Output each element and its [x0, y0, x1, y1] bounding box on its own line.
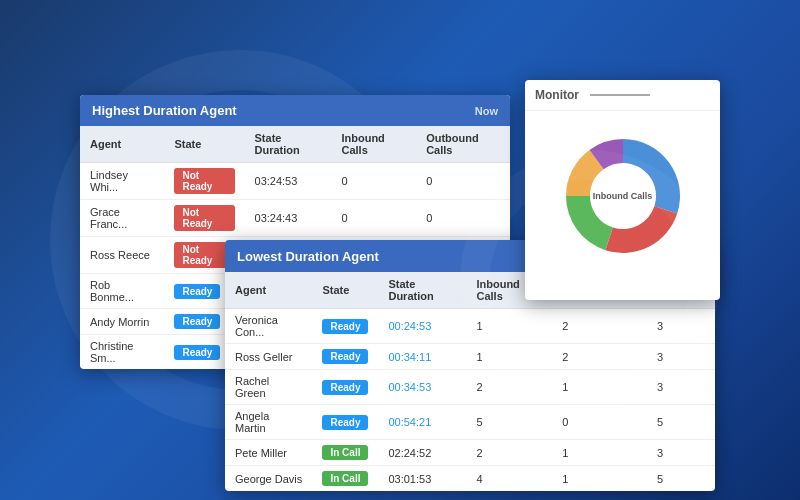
lowest-panel-header: Lowest Duration Agent ×: [225, 240, 715, 272]
donut-segment: [605, 206, 677, 253]
table-row: Rachel Green Ready 00:34:53 2 1 3: [225, 370, 715, 405]
table-row: Angela Martin Ready 00:54:21 5 0 5: [225, 405, 715, 440]
total-calls: 5: [647, 405, 715, 440]
col-outbound-l: Outbound Calls: [552, 272, 647, 309]
state-duration: 00:54:21: [378, 405, 466, 440]
monitor-line: [590, 94, 650, 96]
agent-state: Ready: [312, 309, 378, 344]
donut-segment: [623, 139, 680, 214]
monitor-title: Monitor: [535, 88, 579, 102]
state-duration: 02:24:52: [378, 440, 466, 466]
col-agent-l: Agent: [225, 272, 312, 309]
lowest-panel-close[interactable]: ×: [695, 248, 703, 264]
highest-panel-header: Highest Duration Agent Now: [80, 95, 510, 126]
outbound-calls: 1: [552, 370, 647, 405]
donut-segment: [566, 196, 613, 250]
col-state-h: State: [164, 126, 244, 163]
agent-state: Ready: [312, 405, 378, 440]
state-duration: 03:24:53: [245, 163, 332, 200]
lowest-duration-table: Agent State State Duration Inbound Calls…: [225, 272, 715, 491]
col-state-dur-l: State Duration: [378, 272, 466, 309]
state-duration: 03:01:53: [378, 466, 466, 492]
col-outbound-h: Outbound Calls: [416, 126, 510, 163]
col-total-l: Total Calls: [647, 272, 715, 309]
agent-name: Veronica Con...: [225, 309, 312, 344]
col-inbound-h: Inbound Calls: [331, 126, 416, 163]
agent-name: Pete Miller: [225, 440, 312, 466]
outbound-calls: 1: [552, 440, 647, 466]
state-duration: 00:34:11: [378, 344, 466, 370]
inbound-calls: 1: [466, 309, 552, 344]
agent-name: George Davis: [225, 466, 312, 492]
lowest-panel-title: Lowest Duration Agent: [237, 249, 379, 264]
lowest-duration-panel: Lowest Duration Agent × Agent State Stat…: [225, 240, 715, 491]
monitor-panel: Monitor Inbound Calls: [525, 80, 720, 300]
col-inbound-l: Inbound Calls: [466, 272, 552, 309]
agent-state: Not Ready: [164, 200, 244, 237]
state-duration: 00:24:53: [378, 309, 466, 344]
outbound-calls: 2: [552, 344, 647, 370]
highest-panel-now: Now: [475, 105, 498, 117]
inbound-calls: 1: [466, 344, 552, 370]
agent-name: Angela Martin: [225, 405, 312, 440]
outbound-calls: 2: [552, 309, 647, 344]
outbound-calls: 0: [416, 163, 510, 200]
agent-state: Ready: [312, 370, 378, 405]
inbound-calls: 5: [466, 405, 552, 440]
inbound-calls: 0: [331, 200, 416, 237]
agent-name: Lindsey Whi...: [80, 163, 164, 200]
donut-center: [591, 165, 654, 228]
agent-state: In Call: [312, 440, 378, 466]
donut-label: Inbound Calls: [593, 191, 653, 201]
inbound-calls: 2: [466, 440, 552, 466]
chart-container: Inbound Calls: [525, 111, 720, 281]
table-row: Pete Miller In Call 02:24:52 2 1 3: [225, 440, 715, 466]
agent-name: Grace Franc...: [80, 200, 164, 237]
state-duration: 00:34:53: [378, 370, 466, 405]
inbound-calls: 0: [331, 163, 416, 200]
outbound-calls: 0: [416, 200, 510, 237]
inbound-calls: 4: [466, 466, 552, 492]
monitor-header: Monitor: [525, 80, 720, 111]
total-calls: 3: [647, 344, 715, 370]
total-calls: 5: [647, 466, 715, 492]
outbound-calls: 1: [552, 466, 647, 492]
agent-state: In Call: [312, 466, 378, 492]
total-calls: 3: [647, 440, 715, 466]
col-state-dur-h: State Duration: [245, 126, 332, 163]
agent-name: Ross Geller: [225, 344, 312, 370]
table-row: George Davis In Call 03:01:53 4 1 5: [225, 466, 715, 492]
donut-chart: [548, 121, 698, 271]
donut-segment: [589, 139, 623, 169]
agent-state: Ready: [312, 344, 378, 370]
total-calls: 3: [647, 370, 715, 405]
highest-panel-title: Highest Duration Agent: [92, 103, 237, 118]
total-calls: 3: [647, 309, 715, 344]
table-row: Lindsey Whi... Not Ready 03:24:53 0 0: [80, 163, 510, 200]
agent-name: Rob Bonme...: [80, 274, 164, 309]
agent-name: Ross Reece: [80, 237, 164, 274]
outbound-calls: 0: [552, 405, 647, 440]
agent-name: Rachel Green: [225, 370, 312, 405]
donut-segment: [566, 150, 604, 196]
agent-state: Not Ready: [164, 163, 244, 200]
agent-name: Christine Sm...: [80, 335, 164, 370]
inbound-calls: 2: [466, 370, 552, 405]
table-row: Veronica Con... Ready 00:24:53 1 2 3: [225, 309, 715, 344]
col-agent-h: Agent: [80, 126, 164, 163]
agent-name: Andy Morrin: [80, 309, 164, 335]
col-state-l: State: [312, 272, 378, 309]
table-row: Ross Geller Ready 00:34:11 1 2 3: [225, 344, 715, 370]
state-duration: 03:24:43: [245, 200, 332, 237]
table-row: Grace Franc... Not Ready 03:24:43 0 0: [80, 200, 510, 237]
